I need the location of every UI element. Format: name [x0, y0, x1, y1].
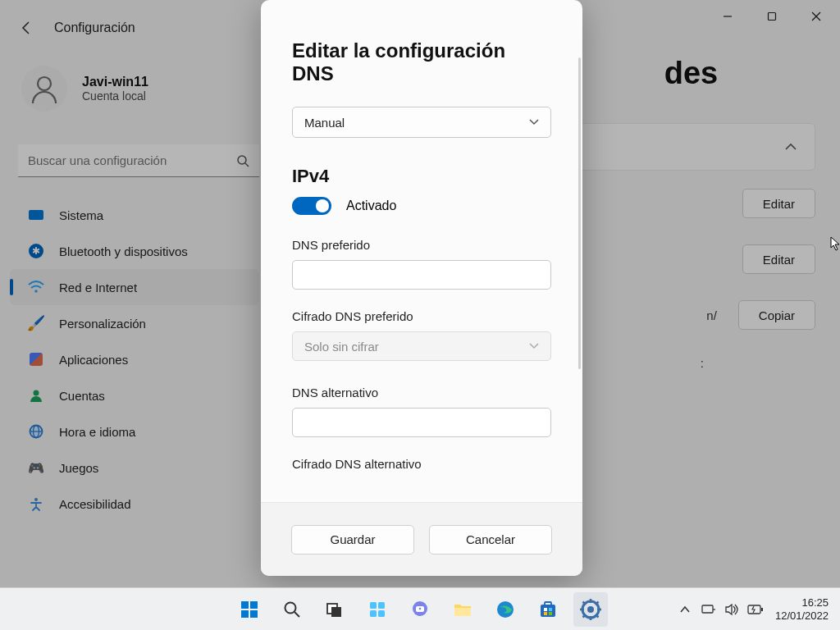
svg-rect-33 — [549, 608, 552, 611]
svg-line-18 — [294, 612, 299, 617]
taskbar-search-button[interactable] — [275, 592, 309, 627]
tray-chevron-icon[interactable] — [680, 605, 690, 614]
network-tray-icon[interactable] — [701, 604, 716, 615]
svg-rect-21 — [370, 602, 377, 609]
ipv4-toggle[interactable] — [292, 197, 331, 215]
svg-rect-35 — [549, 612, 552, 615]
edge-button[interactable] — [488, 592, 523, 627]
svg-rect-13 — [241, 601, 249, 609]
battery-tray-icon[interactable] — [747, 605, 764, 614]
clock-time: 16:25 — [775, 596, 829, 609]
store-button[interactable] — [531, 592, 565, 627]
chevron-down-icon — [529, 343, 539, 349]
explorer-button[interactable] — [445, 592, 480, 627]
settings-taskbar-button[interactable] — [573, 592, 608, 627]
task-view-button[interactable] — [317, 592, 352, 627]
preferred-enc-value: Solo sin cifrar — [304, 340, 379, 354]
widgets-button[interactable] — [360, 592, 395, 627]
svg-rect-23 — [370, 610, 377, 617]
svg-rect-34 — [544, 612, 547, 615]
volume-tray-icon[interactable] — [724, 603, 739, 616]
svg-point-37 — [587, 606, 594, 613]
svg-rect-24 — [378, 610, 385, 617]
svg-rect-46 — [702, 605, 713, 613]
save-button[interactable]: Guardar — [291, 525, 414, 555]
cursor-icon — [830, 236, 840, 251]
dns-mode-select[interactable]: Manual — [292, 107, 551, 138]
modal-scrollbar[interactable] — [578, 57, 581, 369]
modal-title: Editar la configuración DNS — [292, 39, 551, 85]
alt-enc-label: Cifrado DNS alternativo — [292, 457, 551, 471]
preferred-enc-label: Cifrado DNS preferido — [292, 309, 551, 323]
start-button[interactable] — [232, 592, 267, 627]
ipv4-heading: IPv4 — [292, 166, 551, 187]
taskbar-clock[interactable]: 16:25 12/01/2022 — [775, 596, 829, 622]
svg-rect-49 — [761, 608, 763, 611]
clock-date: 12/01/2022 — [775, 609, 829, 623]
modal-footer: Guardar Cancelar — [261, 502, 582, 576]
svg-rect-16 — [250, 610, 258, 618]
alt-dns-label: DNS alternativo — [292, 386, 551, 399]
chat-button[interactable] — [403, 592, 437, 627]
dns-mode-value: Manual — [304, 116, 345, 130]
taskbar: 16:25 12/01/2022 — [0, 587, 840, 630]
svg-rect-20 — [331, 607, 341, 617]
chevron-down-icon — [529, 119, 539, 126]
svg-rect-31 — [545, 602, 551, 606]
alt-dns-input[interactable] — [292, 408, 551, 437]
system-tray[interactable] — [701, 603, 764, 616]
preferred-enc-select[interactable]: Solo sin cifrar — [292, 331, 551, 361]
svg-rect-28 — [454, 608, 471, 616]
preferred-dns-input[interactable] — [292, 260, 551, 290]
toggle-state-label: Activado — [346, 199, 396, 213]
cancel-button[interactable]: Cancelar — [429, 525, 552, 555]
svg-point-27 — [419, 607, 422, 609]
preferred-dns-label: DNS preferido — [292, 238, 551, 252]
svg-point-17 — [285, 602, 296, 613]
svg-rect-15 — [241, 610, 249, 618]
dns-settings-modal: Editar la configuración DNS Manual IPv4 … — [261, 0, 582, 576]
svg-rect-14 — [250, 601, 258, 609]
settings-window: Configuración Javi-win11 Cuenta local Si… — [0, 0, 840, 630]
svg-rect-22 — [378, 602, 385, 609]
svg-rect-32 — [544, 608, 547, 611]
